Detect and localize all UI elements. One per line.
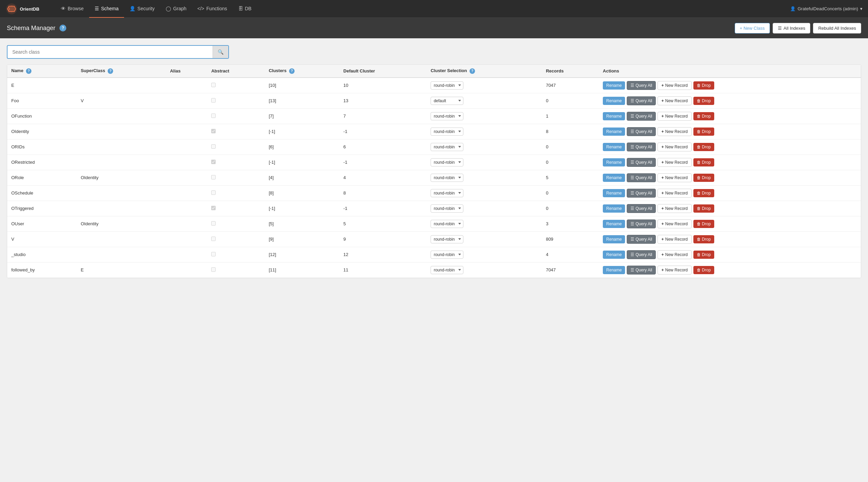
new-record-button[interactable]: + New Record <box>657 219 691 228</box>
nav-db[interactable]: 🗄 DB <box>233 0 257 18</box>
rename-button[interactable]: Rename <box>603 174 625 182</box>
cluster-selection-select[interactable]: round-robindefaultlocal <box>431 97 463 105</box>
query-all-button[interactable]: ☰ Query All <box>627 235 656 244</box>
help-badge[interactable]: ? <box>59 25 66 31</box>
cluster-selection-select[interactable]: round-robindefaultlocal <box>431 189 463 197</box>
new-record-button[interactable]: + New Record <box>657 81 691 90</box>
query-all-button[interactable]: ☰ Query All <box>627 219 656 228</box>
nav-graph[interactable]: ◯ Graph <box>160 0 192 18</box>
query-all-button[interactable]: ☰ Query All <box>627 127 656 136</box>
new-record-button[interactable]: + New Record <box>657 96 691 105</box>
cell-cluster-selection[interactable]: round-robindefaultlocal <box>426 108 542 124</box>
cluster-selection-help-icon[interactable]: ? <box>470 68 475 74</box>
rename-button[interactable]: Rename <box>603 97 625 105</box>
rename-button[interactable]: Rename <box>603 220 625 228</box>
query-all-button[interactable]: ☰ Query All <box>627 112 656 121</box>
drop-button[interactable]: 🗑 Drop <box>693 251 714 259</box>
drop-button[interactable]: 🗑 Drop <box>693 174 714 182</box>
drop-button[interactable]: 🗑 Drop <box>693 97 714 105</box>
drop-button[interactable]: 🗑 Drop <box>693 158 714 166</box>
drop-button[interactable]: 🗑 Drop <box>693 143 714 151</box>
new-record-button[interactable]: + New Record <box>657 189 691 198</box>
new-record-button[interactable]: + New Record <box>657 127 691 136</box>
brand[interactable]: O OrientDB <box>5 3 47 15</box>
cell-cluster-selection[interactable]: round-robindefaultlocal <box>426 155 542 170</box>
cell-name: E <box>7 78 77 93</box>
nav-browse[interactable]: 👁 Browse <box>55 0 89 18</box>
drop-button[interactable]: 🗑 Drop <box>693 189 714 197</box>
cell-cluster-selection[interactable]: round-robindefaultlocal <box>426 231 542 247</box>
cluster-selection-select[interactable]: round-robindefaultlocal <box>431 143 463 151</box>
drop-button[interactable]: 🗑 Drop <box>693 128 714 136</box>
cell-cluster-selection[interactable]: round-robindefaultlocal <box>426 262 542 278</box>
cluster-selection-select[interactable]: round-robindefaultlocal <box>431 251 463 259</box>
user-menu[interactable]: 👤 GratefulDeadConcerts (admin) ▾ <box>790 6 863 11</box>
cell-cluster-selection[interactable]: round-robindefaultlocal <box>426 247 542 262</box>
cell-cluster-selection[interactable]: round-robindefaultlocal <box>426 78 542 93</box>
cluster-selection-select[interactable]: round-robindefaultlocal <box>431 235 463 243</box>
cell-name: _studio <box>7 247 77 262</box>
new-record-button[interactable]: + New Record <box>657 204 691 213</box>
navbar: O OrientDB 👁 Browse ☰ Schema 👤 Security … <box>0 0 868 18</box>
cell-cluster-selection[interactable]: round-robindefaultlocal <box>426 216 542 231</box>
rename-button[interactable]: Rename <box>603 235 625 243</box>
new-record-button[interactable]: + New Record <box>657 143 691 151</box>
cluster-selection-select[interactable]: round-robindefaultlocal <box>431 128 463 136</box>
cell-cluster-selection[interactable]: round-robindefaultlocal <box>426 201 542 216</box>
cluster-selection-select[interactable]: round-robindefaultlocal <box>431 220 463 228</box>
orientdb-logo: O <box>5 3 18 15</box>
rename-button[interactable]: Rename <box>603 204 625 213</box>
rename-button[interactable]: Rename <box>603 81 625 90</box>
cluster-selection-select[interactable]: round-robindefaultlocal <box>431 158 463 166</box>
new-record-button[interactable]: + New Record <box>657 235 691 244</box>
query-all-button[interactable]: ☰ Query All <box>627 81 656 90</box>
clusters-help-icon[interactable]: ? <box>289 68 295 74</box>
cell-cluster-selection[interactable]: round-robindefaultlocal <box>426 185 542 201</box>
query-all-button[interactable]: ☰ Query All <box>627 158 656 167</box>
query-all-button[interactable]: ☰ Query All <box>627 143 656 151</box>
name-help-icon[interactable]: ? <box>26 68 31 74</box>
drop-button[interactable]: 🗑 Drop <box>693 112 714 120</box>
drop-button[interactable]: 🗑 Drop <box>693 266 714 274</box>
cluster-selection-select[interactable]: round-robindefaultlocal <box>431 266 463 274</box>
cluster-selection-select[interactable]: round-robindefaultlocal <box>431 81 463 90</box>
cluster-selection-select[interactable]: round-robindefaultlocal <box>431 174 463 182</box>
query-all-button[interactable]: ☰ Query All <box>627 173 656 182</box>
cluster-selection-select[interactable]: round-robindefaultlocal <box>431 112 463 120</box>
query-all-button[interactable]: ☰ Query All <box>627 250 656 259</box>
all-indexes-button[interactable]: ☰ All Indexes <box>773 23 811 34</box>
rename-button[interactable]: Rename <box>603 128 625 136</box>
rename-button[interactable]: Rename <box>603 112 625 120</box>
rename-button[interactable]: Rename <box>603 266 625 274</box>
search-button[interactable]: 🔍 <box>213 46 228 58</box>
rename-button[interactable]: Rename <box>603 143 625 151</box>
rename-button[interactable]: Rename <box>603 158 625 166</box>
new-record-button[interactable]: + New Record <box>657 250 691 259</box>
drop-button[interactable]: 🗑 Drop <box>693 204 714 213</box>
rebuild-all-indexes-button[interactable]: Rebuild All Indexes <box>813 23 861 34</box>
new-record-button[interactable]: + New Record <box>657 173 691 182</box>
search-input[interactable] <box>8 46 213 58</box>
new-record-button[interactable]: + New Record <box>657 112 691 121</box>
cell-cluster-selection[interactable]: round-robindefaultlocal <box>426 139 542 155</box>
query-all-button[interactable]: ☰ Query All <box>627 189 656 198</box>
new-record-button[interactable]: + New Record <box>657 158 691 167</box>
superclass-help-icon[interactable]: ? <box>108 68 113 74</box>
drop-button[interactable]: 🗑 Drop <box>693 220 714 228</box>
new-class-button[interactable]: + New Class <box>735 23 770 34</box>
cell-cluster-selection[interactable]: round-robindefaultlocal <box>426 170 542 185</box>
nav-functions[interactable]: </> Functions <box>192 0 233 18</box>
cell-cluster-selection[interactable]: round-robindefaultlocal <box>426 124 542 139</box>
rename-button[interactable]: Rename <box>603 189 625 197</box>
cell-cluster-selection[interactable]: round-robindefaultlocal <box>426 93 542 108</box>
nav-schema[interactable]: ☰ Schema <box>89 0 124 18</box>
nav-security[interactable]: 👤 Security <box>124 0 160 18</box>
query-all-button[interactable]: ☰ Query All <box>627 204 656 213</box>
query-all-button[interactable]: ☰ Query All <box>627 96 656 105</box>
drop-button[interactable]: 🗑 Drop <box>693 235 714 243</box>
new-record-button[interactable]: + New Record <box>657 266 691 275</box>
rename-button[interactable]: Rename <box>603 251 625 259</box>
cluster-selection-select[interactable]: round-robindefaultlocal <box>431 204 463 213</box>
query-all-button[interactable]: ☰ Query All <box>627 266 656 275</box>
drop-button[interactable]: 🗑 Drop <box>693 81 714 90</box>
